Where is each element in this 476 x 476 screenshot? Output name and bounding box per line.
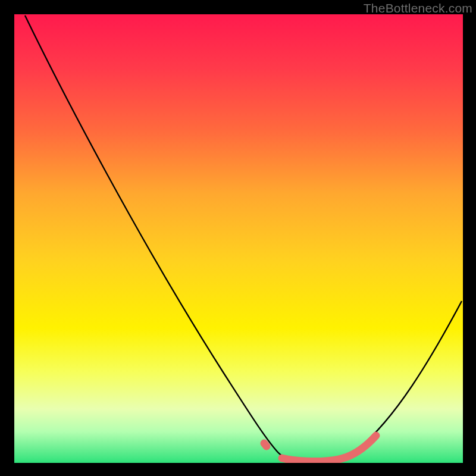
highlight-segment bbox=[282, 436, 376, 462]
curve-layer bbox=[14, 14, 463, 463]
plot-area bbox=[14, 14, 463, 463]
bottleneck-curve bbox=[25, 15, 462, 462]
watermark-text: TheBottleneck.com bbox=[364, 1, 472, 15]
highlight-dot bbox=[264, 443, 267, 446]
chart-stage: TheBottleneck.com bbox=[0, 0, 476, 476]
